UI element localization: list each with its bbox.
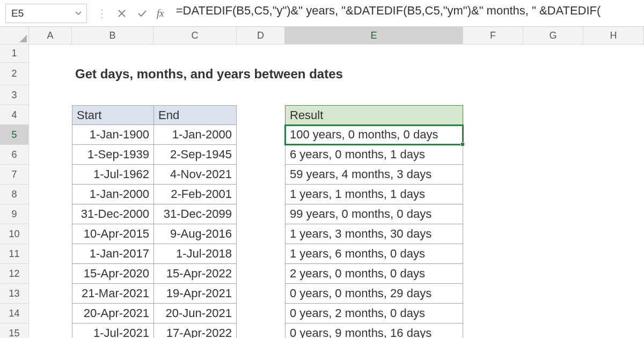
cell-end[interactable]: 4-Nov-2021 (153, 165, 237, 185)
cell-end[interactable]: 9-Aug-2016 (153, 224, 237, 244)
row-header-4[interactable]: 4 (0, 105, 29, 125)
cell-start[interactable]: 1-Jul-2021 (72, 324, 153, 338)
row-header-12[interactable]: 12 (0, 264, 29, 284)
cell-result[interactable]: 0 years, 9 months, 16 days (285, 324, 463, 338)
check-icon[interactable] (136, 8, 148, 19)
cell-end[interactable]: 15-Apr-2022 (153, 264, 237, 284)
row-header-3[interactable]: 3 (0, 85, 29, 105)
cell-result[interactable]: 1 years, 6 months, 0 days (285, 244, 463, 264)
col-header-G[interactable]: G (523, 27, 583, 45)
cell-start[interactable]: 1-Jan-2017 (72, 244, 153, 264)
cell-start[interactable]: 1-Sep-1939 (72, 145, 153, 165)
cell-start[interactable]: 1-Jan-1900 (72, 125, 153, 145)
chevron-down-icon[interactable] (74, 9, 83, 18)
cell-start[interactable]: 31-Dec-2000 (72, 204, 153, 224)
row-header-7[interactable]: 7 (0, 165, 29, 185)
row-header-6[interactable]: 6 (0, 145, 29, 165)
cancel-icon[interactable] (116, 8, 128, 19)
col-header-H[interactable]: H (583, 27, 644, 45)
name-box[interactable]: E5 (5, 4, 87, 23)
header-start[interactable]: Start (72, 105, 153, 125)
row-header-13[interactable]: 13 (0, 284, 29, 304)
cell-result[interactable]: 1 years, 3 months, 30 days (285, 224, 463, 244)
cell-result[interactable]: 100 years, 0 months, 0 days (285, 125, 463, 145)
cell-end[interactable]: 2-Feb-2001 (153, 185, 237, 204)
row-header-8[interactable]: 8 (0, 185, 29, 204)
cell-end[interactable]: 19-Apr-2021 (153, 284, 237, 304)
col-header-B[interactable]: B (72, 27, 153, 45)
cell-result[interactable]: 59 years, 4 months, 3 days (285, 165, 463, 185)
cell-result[interactable]: 2 years, 0 months, 0 days (285, 264, 463, 284)
cell-result[interactable]: 6 years, 0 months, 1 days (285, 145, 463, 165)
col-header-C[interactable]: C (153, 27, 237, 45)
cell-result[interactable]: 1 years, 1 months, 1 days (285, 185, 463, 204)
row-header-2[interactable]: 2 (0, 63, 29, 85)
row-header-9[interactable]: 9 (0, 204, 29, 224)
row-header-5[interactable]: 5 (0, 125, 29, 145)
fx-icon[interactable]: fx (157, 8, 164, 19)
cell-start[interactable]: 15-Apr-2020 (72, 264, 153, 284)
header-end[interactable]: End (153, 105, 237, 125)
cell-end[interactable]: 1-Jul-2018 (153, 244, 237, 264)
col-header-A[interactable]: A (29, 27, 72, 45)
cell-start[interactable]: 21-Mar-2021 (72, 284, 153, 304)
page-title: Get days, months, and years between date… (72, 63, 463, 85)
formula-bar-icons: ⋮ fx (87, 7, 171, 20)
row-header-10[interactable]: 10 (0, 224, 29, 244)
row-headers: 123456789101112131415 (0, 45, 29, 338)
row-header-11[interactable]: 11 (0, 244, 29, 264)
column-headers: ABCDEFGH (0, 27, 644, 45)
cell-result[interactable]: 0 years, 2 months, 0 days (285, 304, 463, 324)
separator-icon: ⋮ (97, 7, 107, 20)
header-result[interactable]: Result (285, 105, 463, 125)
cell-start[interactable]: 10-Apr-2015 (72, 224, 153, 244)
cell-reference: E5 (11, 8, 24, 19)
cell-start[interactable]: 20-Apr-2021 (72, 304, 153, 324)
col-header-E[interactable]: E (285, 27, 463, 45)
row-header-1[interactable]: 1 (0, 45, 29, 63)
cell-start[interactable]: 1-Jan-2000 (72, 185, 153, 204)
select-all-corner[interactable] (0, 27, 29, 45)
cell-end[interactable]: 1-Jan-2000 (153, 125, 237, 145)
formula-bar: E5 ⋮ fx =DATEDIF(B5,C5,"y")&" years, "&D… (0, 0, 644, 27)
formula-input[interactable]: =DATEDIF(B5,C5,"y")&" years, "&DATEDIF(B… (171, 4, 639, 23)
col-header-F[interactable]: F (463, 27, 523, 45)
row-header-14[interactable]: 14 (0, 304, 29, 324)
cell-start[interactable]: 1-Jul-1962 (72, 165, 153, 185)
cells-area[interactable]: Get days, months, and years between date… (29, 45, 644, 338)
cell-result[interactable]: 0 years, 0 months, 29 days (285, 284, 463, 304)
cell-end[interactable]: 20-Jun-2021 (153, 304, 237, 324)
cell-end[interactable]: 2-Sep-1945 (153, 145, 237, 165)
spreadsheet: ABCDEFGH 123456789101112131415 Get days,… (0, 27, 644, 338)
col-header-D[interactable]: D (237, 27, 285, 45)
row-header-15[interactable]: 15 (0, 324, 29, 338)
cell-end[interactable]: 17-Apr-2022 (153, 324, 237, 338)
cell-result[interactable]: 99 years, 0 months, 0 days (285, 204, 463, 224)
cell-end[interactable]: 31-Dec-2099 (153, 204, 237, 224)
